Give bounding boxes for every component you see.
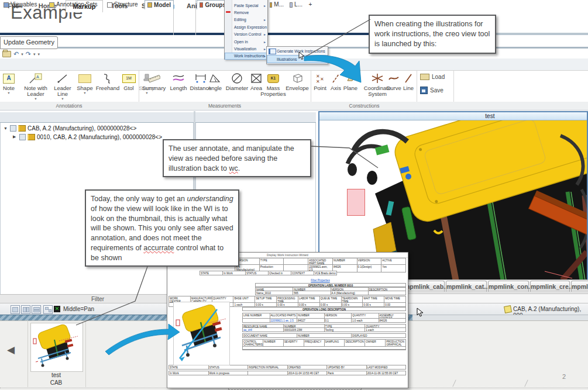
tab-mpmlink-con[interactable]: mpmlink_con...: [488, 281, 529, 292]
leader-line-button[interactable]: Leader Line▾: [51, 71, 74, 101]
resource-value-row: aa_drill 00001006 23M Tooling 1 each: [242, 327, 406, 332]
tab-model[interactable]: Model: [145, 0, 174, 9]
line-button[interactable]: Line: [401, 71, 415, 91]
table-cell: CREATED: [288, 365, 328, 369]
measurements-group-label: Measurements: [139, 102, 310, 110]
thumbnail-divider: [85, 320, 86, 387]
add-tab-button[interactable]: +: [306, 0, 315, 9]
viewables-icon: [4, 2, 9, 8]
menu-item-visualization[interactable]: Visualization▸: [225, 45, 267, 52]
angle-icon: [208, 73, 221, 84]
redo-caret-icon[interactable]: ▾: [33, 52, 36, 57]
quick-access-toolbar: ↶▾ ↷▾ ▾: [2, 50, 40, 58]
load-button[interactable]: Load: [420, 74, 445, 80]
table-cell: 0.00 s: [255, 303, 277, 306]
layout-split-v-button[interactable]: [21, 305, 30, 314]
generate-wi-icon: [269, 49, 276, 54]
svg-text:✕: ✕: [316, 79, 320, 84]
tab-mpmlink-cab[interactable]: mpmlink_cab...: [404, 281, 445, 292]
menu-item-open-in[interactable]: Open in▸: [225, 38, 267, 45]
envelope-button[interactable]: Envelope: [285, 71, 310, 91]
layout-single-button[interactable]: [11, 305, 20, 314]
freehand-button[interactable]: Freehand: [95, 71, 121, 91]
angle-button[interactable]: Angle: [205, 71, 225, 91]
menu-item-assign-expression[interactable]: Assign Expression: [225, 23, 267, 30]
tab-m[interactable]: M...: [267, 0, 286, 9]
note-with-leader-button[interactable]: A Note with Leader▾: [21, 71, 50, 101]
svg-text:A: A: [36, 75, 39, 79]
mouse-mode-status: Middle=Pan: [63, 306, 94, 312]
line-icon: [404, 73, 413, 84]
axis-button[interactable]: Axis: [329, 71, 343, 91]
menu-item-remove[interactable]: Remove: [225, 9, 267, 16]
note-icon: A: [3, 74, 15, 84]
point-icon: ✕✕✕: [315, 73, 325, 84]
qat-customize-caret-icon[interactable]: ▾: [37, 52, 40, 57]
resource-link[interactable]: aa_drill: [243, 329, 252, 332]
length-button[interactable]: Length: [169, 71, 188, 91]
curve-button[interactable]: Curve: [386, 71, 401, 91]
remove-icon: [226, 11, 231, 13]
callout-annotate-note: The user annotate, and manipulate the vi…: [163, 139, 311, 177]
wizard-preview-image: [173, 302, 230, 365]
menu-item-paste-special[interactable]: Paste Special▸: [225, 2, 267, 9]
callout-thumbnail-note: Today, the only way to get an understand…: [85, 189, 239, 267]
scroll-left-icon[interactable]: ◀: [7, 344, 15, 356]
tree-expanded-icon[interactable]: ▼: [4, 126, 8, 130]
slide-number: 2: [562, 373, 566, 380]
gtol-button[interactable]: 1M Gtol: [121, 71, 137, 91]
note-button[interactable]: A Note▾: [0, 71, 18, 95]
update-geometry-button[interactable]: Update Geometry: [0, 36, 58, 49]
curve-icon: [388, 74, 400, 82]
table-cell: DOCUMENT NAME: [243, 334, 297, 337]
left-panel-tab-bar: [0, 112, 194, 123]
table-cell: 0.00 s: [298, 303, 320, 306]
illustration-thumbnail[interactable]: [30, 323, 83, 372]
tab-mpmlink-cre[interactable]: mpmlink_cre...: [530, 281, 570, 292]
redo-button[interactable]: ↷: [26, 50, 31, 58]
work-instruction-wizard-dialog[interactable]: Display Work Instruction Wizard VERSIONT…: [167, 252, 408, 388]
menu-item-work-instructions[interactable]: Work Instructions▸: [225, 53, 267, 60]
table-cell: In Work: [169, 371, 209, 375]
name-value-row: Name_0010565A.4 (Manufacturing): [255, 291, 406, 295]
shape-button[interactable]: Shape▾: [75, 71, 95, 95]
tab-structure[interactable]: Structure: [105, 0, 143, 9]
menu-item-illustrations[interactable]: Illustrations: [267, 55, 328, 63]
coordinate-system-icon: [370, 73, 384, 84]
undo-caret-icon[interactable]: ▾: [21, 52, 23, 57]
menu-item-editing[interactable]: Editing▸: [225, 16, 267, 23]
annotations-group-label: Annotations: [0, 102, 138, 110]
pink-annotation-rect[interactable]: [347, 189, 365, 216]
allocated-part-link[interactable]: 22099821.1 as, 2.5: [271, 319, 294, 322]
tab-annotation-sets[interactable]: Annotation Sets: [47, 0, 104, 9]
tab-mpmlink-more[interactable]: mpmli: [571, 281, 588, 292]
structure-icon: [107, 2, 112, 8]
table-cell: STATUS: [246, 271, 269, 275]
summary-button[interactable]: Summary: [140, 71, 167, 91]
mass-properties-button[interactable]: K1 Mass Properties: [259, 71, 287, 97]
undo-button[interactable]: ↶: [13, 50, 19, 58]
pan-mode-icon: ✕: [54, 306, 60, 312]
tree-row-0010-cab[interactable]: ▶ 0010, CAB, A.2 (Manufacturing), 000000…: [13, 133, 162, 141]
middle-panel-tab-bar: [195, 112, 316, 123]
tab-mpmlink-cat[interactable]: mpmlink_cat...: [446, 281, 487, 292]
plane-button[interactable]: Plane: [342, 71, 359, 91]
layout-split-h-button[interactable]: [32, 305, 41, 314]
length-icon: [172, 73, 185, 84]
tree-row-cab[interactable]: ▼ CAB, A.2 (Manufacturing), 0000000028<>: [4, 124, 136, 132]
open-icon[interactable]: [2, 51, 11, 57]
save-button[interactable]: Save: [420, 87, 443, 94]
table-cell: VCE Bradu demo: [314, 271, 336, 275]
diameter-button[interactable]: Diameter: [223, 71, 250, 91]
layout-quad-button[interactable]: [43, 305, 53, 314]
point-button[interactable]: ✕✕✕ Point: [312, 71, 328, 91]
submenu-arrow-icon: ▸: [264, 18, 266, 22]
thumbnail-divider: [27, 320, 28, 387]
annotation-sets-icon: [49, 2, 54, 8]
tree-collapsed-icon[interactable]: ▶: [13, 134, 18, 139]
menu-item-generate-work-instructions[interactable]: Generate Work Instructions: [267, 47, 328, 55]
filter-properties-link[interactable]: Filter Properties: [311, 279, 329, 282]
tab-viewables[interactable]: Viewables: [1, 0, 46, 9]
tab-l[interactable]: L...: [287, 0, 305, 9]
menu-item-version-control[interactable]: Version Control▸: [225, 31, 267, 38]
